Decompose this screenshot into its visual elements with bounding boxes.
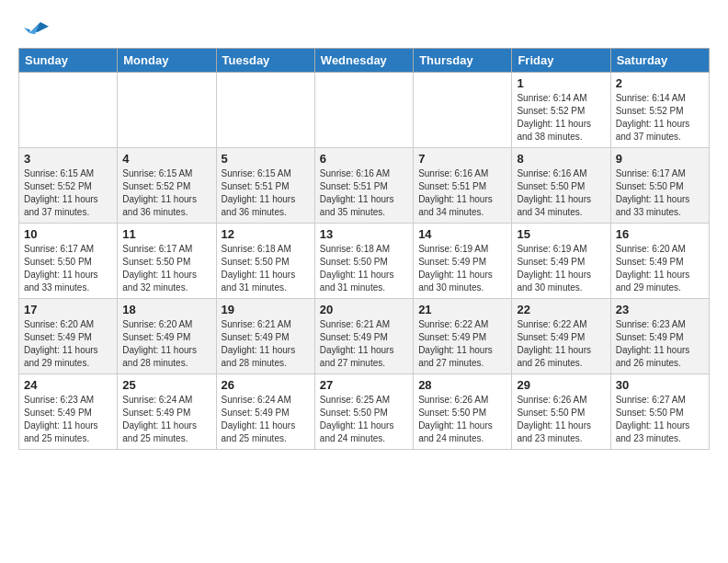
calendar-day-cell [414, 73, 512, 148]
weekday-header-cell: Sunday [19, 49, 118, 73]
day-number: 22 [517, 303, 605, 316]
day-number: 7 [418, 152, 506, 166]
day-info: Sunrise: 6:17 AM Sunset: 5:50 PM Dayligh… [122, 243, 210, 294]
calendar-day-cell: 5Sunrise: 6:15 AM Sunset: 5:51 PM Daylig… [216, 148, 314, 224]
day-info: Sunrise: 6:27 AM Sunset: 5:50 PM Dayligh… [616, 394, 704, 445]
calendar-day-cell: 22Sunrise: 6:22 AM Sunset: 5:49 PM Dayli… [512, 299, 610, 374]
calendar-day-cell: 23Sunrise: 6:23 AM Sunset: 5:49 PM Dayli… [610, 299, 709, 374]
weekday-header-cell: Thursday [414, 49, 512, 73]
calendar-day-cell: 13Sunrise: 6:18 AM Sunset: 5:50 PM Dayli… [314, 224, 413, 299]
calendar-table: SundayMondayTuesdayWednesdayThursdayFrid… [18, 48, 710, 450]
page: SundayMondayTuesdayWednesdayThursdayFrid… [0, 0, 728, 465]
day-number: 1 [517, 76, 605, 90]
calendar-day-cell: 18Sunrise: 6:20 AM Sunset: 5:49 PM Dayli… [118, 299, 216, 374]
calendar-day-cell [118, 73, 216, 148]
day-info: Sunrise: 6:14 AM Sunset: 5:52 PM Dayligh… [517, 92, 605, 144]
day-info: Sunrise: 6:20 AM Sunset: 5:49 PM Dayligh… [616, 243, 704, 294]
calendar-day-cell: 19Sunrise: 6:21 AM Sunset: 5:49 PM Dayli… [216, 299, 314, 374]
calendar-day-cell: 30Sunrise: 6:27 AM Sunset: 5:50 PM Dayli… [610, 374, 709, 450]
calendar-day-cell: 3Sunrise: 6:15 AM Sunset: 5:52 PM Daylig… [19, 148, 118, 224]
calendar-day-cell: 2Sunrise: 6:14 AM Sunset: 5:52 PM Daylig… [610, 73, 709, 148]
day-info: Sunrise: 6:21 AM Sunset: 5:49 PM Dayligh… [320, 318, 408, 370]
calendar-day-cell: 27Sunrise: 6:25 AM Sunset: 5:50 PM Dayli… [314, 374, 413, 450]
calendar-day-cell: 17Sunrise: 6:20 AM Sunset: 5:49 PM Dayli… [19, 299, 118, 374]
calendar-day-cell: 7Sunrise: 6:16 AM Sunset: 5:51 PM Daylig… [414, 148, 512, 224]
day-info: Sunrise: 6:24 AM Sunset: 5:49 PM Dayligh… [222, 394, 310, 445]
calendar-day-cell: 11Sunrise: 6:17 AM Sunset: 5:50 PM Dayli… [118, 224, 216, 299]
weekday-header-cell: Friday [512, 49, 610, 73]
calendar-day-cell: 6Sunrise: 6:16 AM Sunset: 5:51 PM Daylig… [314, 148, 413, 224]
day-number: 19 [222, 303, 310, 316]
day-info: Sunrise: 6:15 AM Sunset: 5:52 PM Dayligh… [24, 167, 112, 219]
day-info: Sunrise: 6:19 AM Sunset: 5:49 PM Dayligh… [418, 243, 506, 294]
day-info: Sunrise: 6:15 AM Sunset: 5:52 PM Dayligh… [122, 167, 210, 219]
day-info: Sunrise: 6:18 AM Sunset: 5:50 PM Dayligh… [320, 243, 408, 294]
day-number: 15 [517, 227, 605, 241]
weekday-header-cell: Wednesday [314, 49, 413, 73]
day-info: Sunrise: 6:25 AM Sunset: 5:50 PM Dayligh… [320, 394, 408, 445]
day-number: 5 [222, 152, 310, 166]
calendar-day-cell: 24Sunrise: 6:23 AM Sunset: 5:49 PM Dayli… [19, 374, 118, 450]
day-number: 21 [418, 303, 506, 316]
day-number: 30 [616, 378, 704, 392]
day-number: 25 [122, 378, 210, 392]
day-number: 23 [616, 303, 704, 316]
day-info: Sunrise: 6:17 AM Sunset: 5:50 PM Dayligh… [24, 243, 112, 294]
calendar-day-cell: 4Sunrise: 6:15 AM Sunset: 5:52 PM Daylig… [118, 148, 216, 224]
day-number: 12 [222, 227, 310, 241]
weekday-header-cell: Monday [118, 49, 216, 73]
calendar-day-cell: 8Sunrise: 6:16 AM Sunset: 5:50 PM Daylig… [512, 148, 610, 224]
day-number: 9 [616, 152, 704, 166]
day-number: 28 [418, 378, 506, 392]
weekday-header-cell: Saturday [610, 49, 709, 73]
calendar-day-cell [216, 73, 314, 148]
calendar-week-row: 1Sunrise: 6:14 AM Sunset: 5:52 PM Daylig… [19, 73, 710, 148]
logo [18, 15, 51, 40]
day-info: Sunrise: 6:20 AM Sunset: 5:49 PM Dayligh… [122, 318, 210, 370]
day-info: Sunrise: 6:17 AM Sunset: 5:50 PM Dayligh… [616, 167, 704, 219]
day-info: Sunrise: 6:14 AM Sunset: 5:52 PM Dayligh… [616, 92, 704, 144]
day-info: Sunrise: 6:16 AM Sunset: 5:51 PM Dayligh… [320, 167, 408, 219]
day-info: Sunrise: 6:18 AM Sunset: 5:50 PM Dayligh… [222, 243, 310, 294]
calendar-week-row: 3Sunrise: 6:15 AM Sunset: 5:52 PM Daylig… [19, 148, 710, 224]
day-number: 24 [24, 378, 112, 392]
day-info: Sunrise: 6:22 AM Sunset: 5:49 PM Dayligh… [517, 318, 605, 370]
calendar-day-cell: 1Sunrise: 6:14 AM Sunset: 5:52 PM Daylig… [512, 73, 610, 148]
weekday-header-cell: Tuesday [216, 49, 314, 73]
day-number: 16 [616, 227, 704, 241]
day-number: 3 [24, 152, 112, 166]
calendar-day-cell: 10Sunrise: 6:17 AM Sunset: 5:50 PM Dayli… [19, 224, 118, 299]
day-info: Sunrise: 6:15 AM Sunset: 5:51 PM Dayligh… [222, 167, 310, 219]
day-info: Sunrise: 6:16 AM Sunset: 5:50 PM Dayligh… [517, 167, 605, 219]
calendar-body: 1Sunrise: 6:14 AM Sunset: 5:52 PM Daylig… [19, 73, 710, 450]
calendar-day-cell: 9Sunrise: 6:17 AM Sunset: 5:50 PM Daylig… [610, 148, 709, 224]
day-info: Sunrise: 6:19 AM Sunset: 5:49 PM Dayligh… [517, 243, 605, 294]
day-info: Sunrise: 6:20 AM Sunset: 5:49 PM Dayligh… [24, 318, 112, 370]
calendar-week-row: 17Sunrise: 6:20 AM Sunset: 5:49 PM Dayli… [19, 299, 710, 374]
day-info: Sunrise: 6:24 AM Sunset: 5:49 PM Dayligh… [122, 394, 210, 445]
logo-bird-icon [18, 15, 51, 40]
calendar-day-cell [19, 73, 118, 148]
calendar-day-cell: 12Sunrise: 6:18 AM Sunset: 5:50 PM Dayli… [216, 224, 314, 299]
day-number: 6 [320, 152, 408, 166]
day-number: 20 [320, 303, 408, 316]
calendar-day-cell: 14Sunrise: 6:19 AM Sunset: 5:49 PM Dayli… [414, 224, 512, 299]
day-info: Sunrise: 6:23 AM Sunset: 5:49 PM Dayligh… [24, 394, 112, 445]
calendar-day-cell: 25Sunrise: 6:24 AM Sunset: 5:49 PM Dayli… [118, 374, 216, 450]
weekday-header-row: SundayMondayTuesdayWednesdayThursdayFrid… [19, 49, 710, 73]
svg-marker-2 [24, 28, 30, 33]
day-info: Sunrise: 6:16 AM Sunset: 5:51 PM Dayligh… [418, 167, 506, 219]
day-number: 18 [122, 303, 210, 316]
calendar-day-cell: 28Sunrise: 6:26 AM Sunset: 5:50 PM Dayli… [414, 374, 512, 450]
calendar-week-row: 24Sunrise: 6:23 AM Sunset: 5:49 PM Dayli… [19, 374, 710, 450]
calendar-day-cell: 26Sunrise: 6:24 AM Sunset: 5:49 PM Dayli… [216, 374, 314, 450]
calendar-day-cell: 15Sunrise: 6:19 AM Sunset: 5:49 PM Dayli… [512, 224, 610, 299]
calendar-week-row: 10Sunrise: 6:17 AM Sunset: 5:50 PM Dayli… [19, 224, 710, 299]
day-number: 8 [517, 152, 605, 166]
day-info: Sunrise: 6:26 AM Sunset: 5:50 PM Dayligh… [517, 394, 605, 445]
day-info: Sunrise: 6:21 AM Sunset: 5:49 PM Dayligh… [222, 318, 310, 370]
calendar-day-cell: 29Sunrise: 6:26 AM Sunset: 5:50 PM Dayli… [512, 374, 610, 450]
day-info: Sunrise: 6:26 AM Sunset: 5:50 PM Dayligh… [418, 394, 506, 445]
day-info: Sunrise: 6:22 AM Sunset: 5:49 PM Dayligh… [418, 318, 506, 370]
day-number: 26 [222, 378, 310, 392]
